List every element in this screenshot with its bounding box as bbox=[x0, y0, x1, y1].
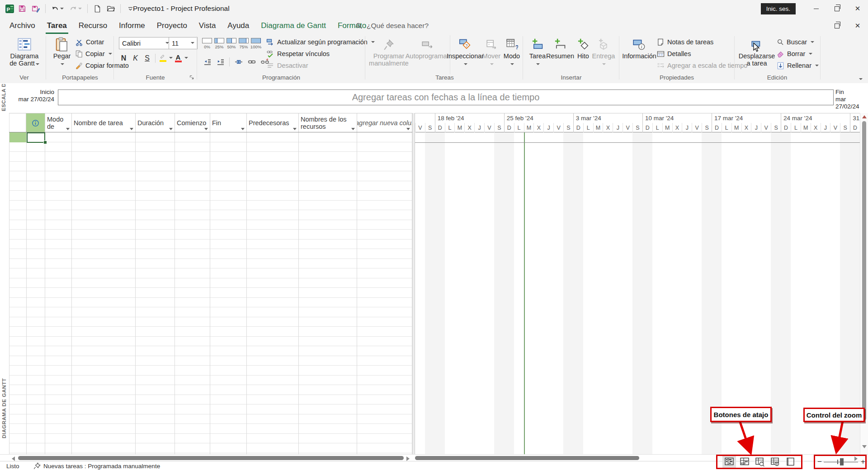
timeline-add-tasks-box[interactable]: Agregar tareas con fechas a la línea de … bbox=[58, 89, 834, 105]
column-header-predecesoras[interactable]: Predecesoras bbox=[247, 113, 299, 132]
tab-informe[interactable]: Informe bbox=[113, 17, 151, 34]
manually-schedule-button[interactable]: Programar manualmente bbox=[369, 35, 409, 72]
task-row[interactable] bbox=[9, 191, 412, 201]
open-file-button[interactable] bbox=[105, 3, 117, 14]
task-row[interactable] bbox=[9, 443, 412, 453]
percent-complete-75-button[interactable]: 75% bbox=[238, 38, 250, 54]
task-row[interactable] bbox=[9, 152, 412, 162]
percent-complete-100-button[interactable]: 100% bbox=[250, 38, 262, 54]
task-row[interactable] bbox=[9, 356, 412, 366]
indent-task-button[interactable] bbox=[214, 56, 226, 68]
task-row[interactable] bbox=[9, 346, 412, 356]
task-row[interactable] bbox=[9, 142, 412, 152]
tab-recurso[interactable]: Recurso bbox=[73, 17, 113, 34]
column-header-nombres-de-los-recursos[interactable]: Nombres de los recursos bbox=[299, 113, 357, 132]
task-row[interactable] bbox=[9, 220, 412, 230]
collapse-ribbon-chevron-icon[interactable] bbox=[859, 78, 863, 80]
new-tasks-status[interactable]: Nuevas tareas : Programada manualmente bbox=[43, 463, 160, 470]
update-as-scheduled-button[interactable]: Actualizar según programación bbox=[266, 36, 375, 48]
link-tasks-button[interactable] bbox=[245, 56, 258, 68]
column-header-comienzo[interactable]: Comienzo bbox=[175, 113, 210, 132]
tab-diagrama-de-gantt[interactable]: Diagrama de Gantt bbox=[255, 17, 332, 34]
column-filter-caret-icon[interactable] bbox=[169, 128, 173, 130]
fill-button[interactable]: Rellenar bbox=[777, 60, 819, 71]
font-size-select[interactable]: 11 bbox=[169, 37, 198, 49]
task-mode-button[interactable]: ? Modo bbox=[502, 35, 522, 72]
task-row[interactable] bbox=[9, 337, 412, 347]
undo-button[interactable] bbox=[49, 3, 66, 14]
task-row[interactable] bbox=[9, 181, 412, 191]
save-as-button[interactable] bbox=[30, 3, 42, 14]
task-row[interactable] bbox=[9, 366, 412, 376]
insert-summary-button[interactable]: Resumen bbox=[546, 35, 575, 72]
column-filter-caret-icon[interactable] bbox=[241, 128, 245, 130]
bold-button[interactable]: N bbox=[118, 52, 129, 64]
task-row[interactable] bbox=[9, 162, 412, 172]
insert-task-button[interactable]: Tarea bbox=[527, 35, 548, 72]
task-row[interactable] bbox=[9, 385, 412, 395]
task-row[interactable] bbox=[9, 327, 412, 337]
column-header-duracion[interactable]: Duración bbox=[136, 113, 175, 132]
task-row[interactable] bbox=[9, 259, 412, 269]
task-row[interactable] bbox=[9, 376, 412, 385]
auto-schedule-button[interactable]: Autoprogramar bbox=[407, 35, 447, 72]
column-header-modo-de-tarea[interactable]: Modo de bbox=[45, 113, 72, 132]
column-filter-caret-icon[interactable] bbox=[130, 128, 133, 130]
column-header-fin[interactable]: Fin bbox=[210, 113, 247, 132]
scroll-down-icon[interactable] bbox=[862, 445, 867, 448]
clear-button[interactable]: Borrar bbox=[777, 48, 819, 60]
task-row[interactable] bbox=[9, 278, 412, 288]
font-color-button[interactable]: A bbox=[173, 52, 183, 64]
font-name-select[interactable]: Calibri bbox=[119, 37, 172, 49]
percent-complete-25-button[interactable]: 25% bbox=[213, 38, 225, 54]
new-file-button[interactable] bbox=[91, 3, 103, 14]
restore-button[interactable] bbox=[826, 0, 847, 17]
selection-fill-handle[interactable] bbox=[43, 141, 47, 144]
task-table-body[interactable] bbox=[9, 132, 412, 454]
vertical-scrollbar-thumb[interactable] bbox=[862, 121, 866, 420]
task-row[interactable] bbox=[9, 230, 412, 240]
tab-archivo[interactable]: Archivo bbox=[4, 17, 41, 34]
background-color-caret[interactable] bbox=[169, 57, 173, 59]
task-row[interactable] bbox=[9, 395, 412, 405]
tell-me-search[interactable]: ¿Qué desea hacer? bbox=[355, 17, 429, 34]
percent-complete-0-button[interactable]: 0% bbox=[201, 38, 213, 54]
underline-button[interactable]: S bbox=[142, 52, 153, 64]
task-row[interactable] bbox=[9, 414, 412, 424]
task-row[interactable] bbox=[9, 268, 412, 278]
scroll-up-icon[interactable] bbox=[862, 115, 867, 118]
column-header-nombre-de-tarea[interactable]: Nombre de tarea bbox=[72, 113, 136, 132]
outdent-task-button[interactable] bbox=[201, 56, 213, 68]
sign-in-button[interactable]: Inic. ses. bbox=[761, 3, 796, 14]
column-filter-caret-icon[interactable] bbox=[204, 128, 208, 130]
column-filter-caret-icon[interactable] bbox=[406, 128, 410, 130]
gantt-timescale-header[interactable]: 18 feb '2425 feb '243 mar '2410 mar '241… bbox=[415, 113, 860, 133]
background-color-button[interactable] bbox=[158, 52, 168, 64]
percent-complete-50-button[interactable]: 50% bbox=[226, 38, 237, 54]
column-header-agregar-nueva-columna[interactable]: agregar nueva columna bbox=[357, 113, 412, 132]
task-row[interactable] bbox=[9, 307, 412, 317]
column-filter-caret-icon[interactable] bbox=[66, 128, 70, 130]
italic-button[interactable]: K bbox=[130, 52, 141, 64]
tab-proyecto[interactable]: Proyecto bbox=[151, 17, 193, 34]
table-scrollbar-thumb[interactable] bbox=[18, 456, 404, 460]
vertical-scrollbar[interactable] bbox=[860, 113, 868, 454]
selected-row-header[interactable] bbox=[9, 132, 26, 142]
find-button[interactable]: Buscar bbox=[777, 36, 819, 48]
selected-cell[interactable] bbox=[27, 132, 45, 143]
save-button[interactable] bbox=[16, 3, 28, 14]
paste-button[interactable]: Pegar bbox=[50, 35, 74, 72]
task-row[interactable] bbox=[9, 298, 412, 308]
task-row[interactable] bbox=[9, 317, 412, 327]
task-row[interactable] bbox=[9, 404, 412, 414]
task-row[interactable] bbox=[9, 132, 412, 142]
document-restore-button[interactable] bbox=[826, 17, 847, 34]
minimize-button[interactable] bbox=[806, 0, 826, 17]
tab-vista[interactable]: Vista bbox=[193, 17, 222, 34]
inactivate-button[interactable]: Desactivar bbox=[266, 60, 375, 71]
task-row[interactable] bbox=[9, 424, 412, 434]
task-row[interactable] bbox=[9, 171, 412, 181]
gantt-chart-view-button[interactable]: Diagrama de Gantt bbox=[9, 35, 40, 72]
split-task-button[interactable] bbox=[232, 56, 245, 68]
task-row[interactable] bbox=[9, 210, 412, 220]
